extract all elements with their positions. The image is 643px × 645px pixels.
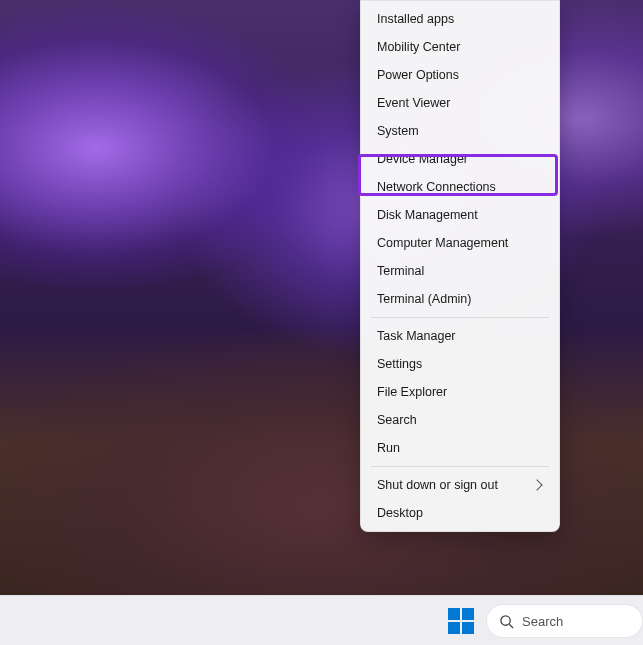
menu-item-label: Shut down or sign out — [377, 478, 498, 492]
menu-item-network-connections[interactable]: Network Connections — [365, 173, 555, 201]
menu-item-settings[interactable]: Settings — [365, 350, 555, 378]
menu-item-search[interactable]: Search — [365, 406, 555, 434]
menu-item-disk-management[interactable]: Disk Management — [365, 201, 555, 229]
menu-item-terminal-admin[interactable]: Terminal (Admin) — [365, 285, 555, 313]
menu-item-system[interactable]: System — [365, 117, 555, 145]
menu-item-run[interactable]: Run — [365, 434, 555, 462]
menu-item-label: Search — [377, 413, 417, 427]
menu-item-desktop[interactable]: Desktop — [365, 499, 555, 527]
menu-item-file-explorer[interactable]: File Explorer — [365, 378, 555, 406]
menu-item-task-manager[interactable]: Task Manager — [365, 322, 555, 350]
menu-item-label: Disk Management — [377, 208, 478, 222]
menu-item-label: Run — [377, 441, 400, 455]
menu-item-installed-apps[interactable]: Installed apps — [365, 5, 555, 33]
menu-item-event-viewer[interactable]: Event Viewer — [365, 89, 555, 117]
menu-item-label: Power Options — [377, 68, 459, 82]
menu-item-label: Event Viewer — [377, 96, 450, 110]
windows-logo-icon — [448, 608, 460, 620]
start-button[interactable] — [448, 608, 474, 634]
menu-item-label: Installed apps — [377, 12, 454, 26]
menu-item-label: System — [377, 124, 419, 138]
search-placeholder: Search — [522, 614, 563, 629]
menu-item-terminal[interactable]: Terminal — [365, 257, 555, 285]
taskbar: Search — [0, 595, 643, 645]
svg-line-2 — [509, 624, 513, 628]
menu-item-shut-down[interactable]: Shut down or sign out — [365, 471, 555, 499]
menu-item-label: Computer Management — [377, 236, 508, 250]
menu-item-label: Settings — [377, 357, 422, 371]
menu-item-power-options[interactable]: Power Options — [365, 61, 555, 89]
menu-item-computer-management[interactable]: Computer Management — [365, 229, 555, 257]
search-icon — [499, 614, 514, 629]
menu-item-label: Task Manager — [377, 329, 456, 343]
menu-separator — [371, 466, 549, 467]
taskbar-search[interactable]: Search — [486, 604, 643, 638]
menu-item-mobility-center[interactable]: Mobility Center — [365, 33, 555, 61]
svg-point-1 — [501, 615, 510, 624]
menu-item-label: Network Connections — [377, 180, 496, 194]
menu-separator — [371, 317, 549, 318]
menu-item-label: Mobility Center — [377, 40, 460, 54]
chevron-right-icon — [531, 479, 542, 490]
menu-item-label: Device Manager — [377, 152, 468, 166]
menu-item-label: File Explorer — [377, 385, 447, 399]
menu-item-device-manager[interactable]: Device Manager — [365, 145, 555, 173]
menu-item-label: Terminal (Admin) — [377, 292, 471, 306]
menu-item-label: Desktop — [377, 506, 423, 520]
winx-context-menu: Installed apps Mobility Center Power Opt… — [360, 0, 560, 532]
menu-item-label: Terminal — [377, 264, 424, 278]
